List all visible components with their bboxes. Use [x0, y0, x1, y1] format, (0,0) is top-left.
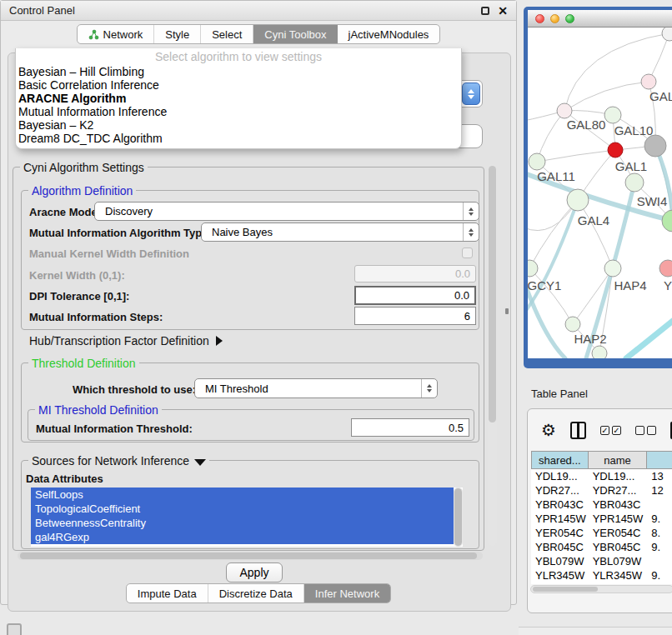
network-node-gal10[interactable]	[604, 107, 621, 123]
table-row[interactable]: YLR345WYLR345W9.	[531, 568, 672, 582]
table-row[interactable]: YBR043CYBR043C	[531, 498, 672, 512]
table-row[interactable]: YBR045CYBR045C9.	[531, 540, 672, 554]
table-row[interactable]: YER054CYER054C8.	[531, 526, 672, 540]
table-horizontal-scrollbar[interactable]	[530, 585, 672, 593]
algorithm-option[interactable]: Dream8 DC_TDC Algorithm	[16, 132, 461, 145]
dock-button-partial[interactable]	[7, 623, 22, 635]
network-node-swi4[interactable]	[625, 173, 644, 192]
network-node[interactable]	[644, 135, 666, 157]
table-row[interactable]: YDR27...YDR27...12	[531, 483, 672, 498]
select-all-icon[interactable]: ✓✓	[600, 426, 621, 435]
node-label: SWI4	[637, 194, 668, 208]
apply-button[interactable]: Apply	[226, 562, 283, 582]
tab-infer-network[interactable]: Infer Network	[304, 584, 390, 602]
control-panel-title: Control Panel	[9, 4, 473, 17]
column-header-shared-name[interactable]: shared...	[531, 451, 589, 469]
settings-horizontal-scrollbar[interactable]	[18, 552, 483, 560]
table-cell: YDL19...	[589, 469, 647, 483]
network-node-hap2[interactable]	[565, 317, 580, 332]
tab-jactivemnodules[interactable]: jActiveMNodules	[338, 25, 440, 43]
manual-kernel-width-label: Manual Kernel Width Definition	[29, 248, 189, 260]
table-row[interactable]: YIL052CYIL052C9	[531, 582, 672, 584]
table-body: YDL19...YDL19...13YDR27...YDR27...12YBR0…	[531, 469, 672, 584]
float-window-icon	[481, 7, 489, 15]
dpi-tolerance-field[interactable]: 0.0	[354, 286, 476, 305]
table-row[interactable]: YDL19...YDL19...13	[531, 469, 672, 483]
algorithm-option[interactable]: ARACNE Algorithm	[16, 92, 461, 105]
settings-hscroll-thumb[interactable]	[20, 552, 477, 559]
tab-select[interactable]: Select	[201, 25, 253, 43]
tab-style[interactable]: Style	[154, 25, 201, 43]
node-label: GCY1	[528, 278, 561, 292]
settings-vertical-scrollbar[interactable]	[488, 164, 497, 546]
column-header-name[interactable]: name	[589, 451, 648, 469]
tab-discretize-data[interactable]: Discretize Data	[208, 584, 304, 602]
manual-kernel-width-checkbox[interactable]	[462, 248, 473, 258]
gear-icon[interactable]: ⚙	[541, 422, 556, 438]
tab-network[interactable]: Network	[78, 25, 155, 43]
settings-vscroll-thumb[interactable]	[489, 166, 496, 422]
attributes-vertical-scrollbar[interactable]	[454, 488, 463, 547]
algorithm-option[interactable]: Basic Correlation Inference	[16, 78, 461, 92]
table-cell	[647, 554, 672, 568]
network-node-gal[interactable]	[641, 74, 656, 89]
tab-cyni-toolbox[interactable]: Cyni Toolbox	[253, 25, 337, 43]
table-cell: YBL079W	[589, 554, 647, 568]
attribute-list-item[interactable]: gal4RGexp	[31, 530, 454, 544]
combobox-spinner-button	[462, 82, 480, 105]
tab-impute-data[interactable]: Impute Data	[127, 584, 208, 602]
network-node-gal80[interactable]	[557, 103, 572, 118]
panel-divider-grip[interactable]	[505, 308, 509, 314]
table-cell: YBR043C	[531, 498, 589, 512]
mi-algorithm-type-combobox[interactable]: Naive Bayes	[201, 222, 479, 242]
attribute-list-item[interactable]: BetweennessCentrality	[31, 516, 454, 530]
network-node-gal4[interactable]	[567, 189, 589, 211]
minimize-traffic-light[interactable]	[550, 14, 559, 23]
attribute-list-item[interactable]: TopologicalCoefficient	[31, 502, 454, 516]
table-row[interactable]: YBL079WYBL079W	[531, 554, 672, 568]
network-node-gcy1[interactable]	[528, 260, 538, 277]
attributes-scroll-thumb[interactable]	[454, 488, 462, 546]
kernel-width-field: 0.0	[354, 265, 476, 282]
network-node-hap4[interactable]	[604, 260, 621, 277]
network-node[interactable]	[592, 346, 607, 358]
network-view-window: GALGAL80GAL10GAL1GAL11SWI4GAL4GCY1HAP4YH…	[524, 7, 672, 368]
mi-steps-label: Mutual Information Steps:	[29, 311, 163, 323]
column-header-partial[interactable]	[647, 451, 672, 469]
network-node[interactable]	[662, 210, 672, 232]
combobox-spinner-icon	[421, 379, 437, 398]
tab-network-label: Network	[103, 28, 143, 41]
network-tab-icon	[88, 29, 99, 40]
close-panel-button[interactable]: ✕	[498, 6, 508, 16]
table-hscroll-thumb[interactable]	[533, 587, 598, 592]
table-cell: 9.	[647, 512, 672, 526]
network-canvas[interactable]: GALGAL80GAL10GAL1GAL11SWI4GAL4GCY1HAP4YH…	[528, 28, 672, 358]
zoom-traffic-light[interactable]	[565, 14, 574, 23]
hub-definition-toggle[interactable]: Hub/Transcription Factor Definition	[29, 334, 223, 348]
network-node-gal1[interactable]	[608, 142, 623, 158]
mi-steps-field[interactable]: 6	[354, 307, 476, 325]
attribute-list-item[interactable]: SelfLoops	[31, 488, 454, 502]
table-cell: 9	[647, 582, 672, 584]
algorithm-option[interactable]: Bayesian – K2	[16, 118, 461, 132]
network-node-gal11[interactable]	[529, 153, 545, 170]
float-window-button[interactable]	[480, 6, 490, 16]
which-threshold-combobox[interactable]: MI Threshold	[194, 378, 438, 398]
table-row[interactable]: YPR145WYPR145W9.	[531, 512, 672, 526]
deselect-all-icon[interactable]	[635, 426, 656, 435]
network-node-y[interactable]	[659, 260, 672, 277]
algorithm-dropdown: Select algorithm to view settings Bayesi…	[15, 48, 462, 149]
close-traffic-light[interactable]	[535, 14, 544, 23]
mi-threshold-field[interactable]: 0.5	[351, 418, 469, 437]
split-columns-icon[interactable]	[570, 422, 586, 439]
network-window-titlebar[interactable]	[528, 10, 672, 28]
table-cell: YLR345W	[531, 568, 589, 582]
unchecked-box-icon	[635, 426, 644, 435]
tab-jactivemnodules-label: jActiveMNodules	[349, 28, 429, 41]
checked-box-icon: ✓	[612, 426, 621, 435]
algorithm-option[interactable]: Mutual Information Inference	[16, 105, 461, 118]
algorithm-option[interactable]: Bayesian – Hill Climbing	[16, 65, 461, 78]
network-node[interactable]	[662, 28, 672, 41]
sources-group-title[interactable]: Sources for Network Inference	[28, 454, 209, 468]
aracne-mode-combobox[interactable]: Discovery	[94, 202, 479, 221]
